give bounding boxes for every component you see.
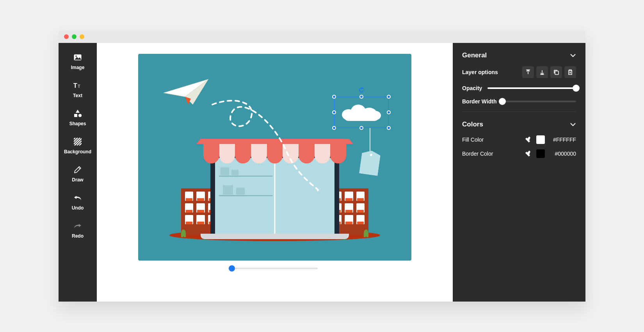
canvas[interactable] [138, 54, 411, 261]
illustration-tag-string [370, 128, 370, 151]
svg-rect-11 [555, 71, 559, 75]
delete-button[interactable] [564, 66, 576, 78]
illustration-tree [364, 229, 368, 237]
sidebar-item-label: Image [71, 65, 85, 70]
zoom-slider-handle[interactable] [229, 265, 235, 272]
resize-handle-n[interactable] [359, 95, 363, 99]
sidebar-item-undo[interactable]: Undo [59, 188, 97, 216]
selected-cloud-object[interactable] [334, 97, 389, 128]
sidebar-item-label: Shapes [69, 121, 86, 126]
bring-to-front-button[interactable] [522, 66, 534, 78]
chevron-down-icon [570, 51, 576, 59]
resize-handle-sw[interactable] [332, 126, 336, 130]
section-colors-header[interactable]: Colors [462, 121, 576, 128]
section-title: Colors [462, 121, 483, 128]
app-window: Image TT Text Shapes Background [59, 30, 585, 302]
sidebar-item-label: Text [73, 93, 82, 98]
resize-handle-e[interactable] [387, 110, 391, 114]
border-color-swatch[interactable] [536, 149, 545, 158]
svg-text:T: T [73, 82, 77, 89]
sidebar-item-redo[interactable]: Redo [59, 216, 97, 244]
properties-panel: General Layer options [453, 43, 585, 302]
text-icon: TT [73, 81, 82, 90]
minimize-window-button[interactable] [72, 34, 76, 39]
tool-sidebar: Image TT Text Shapes Background [59, 43, 97, 302]
eyedropper-icon[interactable] [524, 135, 532, 144]
duplicate-button[interactable] [550, 66, 562, 78]
illustration-price-tag [359, 149, 381, 176]
border-width-label: Border Width [462, 98, 497, 105]
resize-handle-s[interactable] [359, 126, 363, 130]
svg-point-1 [75, 55, 77, 57]
resize-handle-se[interactable] [387, 126, 391, 130]
section-general-header[interactable]: General [462, 51, 576, 59]
border-color-value: #000000 [549, 151, 576, 157]
resize-handle-w[interactable] [332, 110, 336, 114]
svg-text:T: T [78, 84, 80, 89]
shapes-icon [73, 109, 82, 118]
zoom-slider[interactable] [232, 268, 318, 269]
opacity-label: Opacity [462, 85, 482, 91]
sidebar-item-draw[interactable]: Draw [59, 160, 97, 188]
sidebar-item-image[interactable]: Image [59, 48, 97, 76]
chevron-down-icon [570, 121, 576, 128]
pencil-icon [73, 165, 82, 174]
fill-color-label: Fill Color [462, 137, 484, 143]
sidebar-item-text[interactable]: TT Text [59, 76, 97, 104]
background-icon [73, 137, 82, 146]
border-width-slider[interactable] [502, 101, 576, 102]
cloud-shape [342, 104, 381, 119]
sidebar-item-label: Redo [72, 233, 84, 239]
panel-divider [462, 112, 576, 112]
section-title: General [462, 51, 487, 59]
rotate-handle[interactable] [359, 87, 364, 93]
svg-rect-5 [74, 114, 77, 117]
resize-handle-ne[interactable] [387, 95, 391, 99]
sidebar-item-shapes[interactable]: Shapes [59, 104, 97, 132]
sidebar-item-label: Draw [72, 177, 83, 183]
sidebar-item-label: Undo [72, 205, 84, 211]
resize-handle-nw[interactable] [332, 95, 336, 99]
maximize-window-button[interactable] [80, 34, 84, 39]
redo-icon [73, 222, 82, 230]
eyedropper-icon[interactable] [524, 149, 532, 158]
image-icon [73, 53, 82, 62]
layer-options-label: Layer options [462, 69, 498, 75]
send-to-back-button[interactable] [536, 66, 548, 78]
canvas-area [97, 43, 453, 302]
border-color-label: Border Color [462, 151, 493, 157]
undo-icon [73, 194, 82, 202]
border-width-slider-thumb[interactable] [499, 98, 506, 105]
fill-color-swatch[interactable] [536, 135, 545, 144]
app-body: Image TT Text Shapes Background [59, 43, 585, 302]
sidebar-item-label: Background [64, 149, 91, 154]
svg-marker-10 [361, 87, 363, 89]
opacity-slider[interactable] [487, 87, 576, 89]
sidebar-item-background[interactable]: Background [59, 132, 97, 160]
illustration-tree [181, 229, 186, 237]
illustration-plane-trail [208, 93, 349, 194]
svg-marker-4 [76, 110, 80, 113]
fill-color-value: #FFFFFF [549, 137, 576, 143]
illustration-paper-plane [162, 77, 212, 108]
svg-point-6 [78, 114, 82, 117]
opacity-slider-thumb[interactable] [573, 85, 580, 92]
close-window-button[interactable] [64, 34, 69, 39]
titlebar [59, 30, 585, 43]
